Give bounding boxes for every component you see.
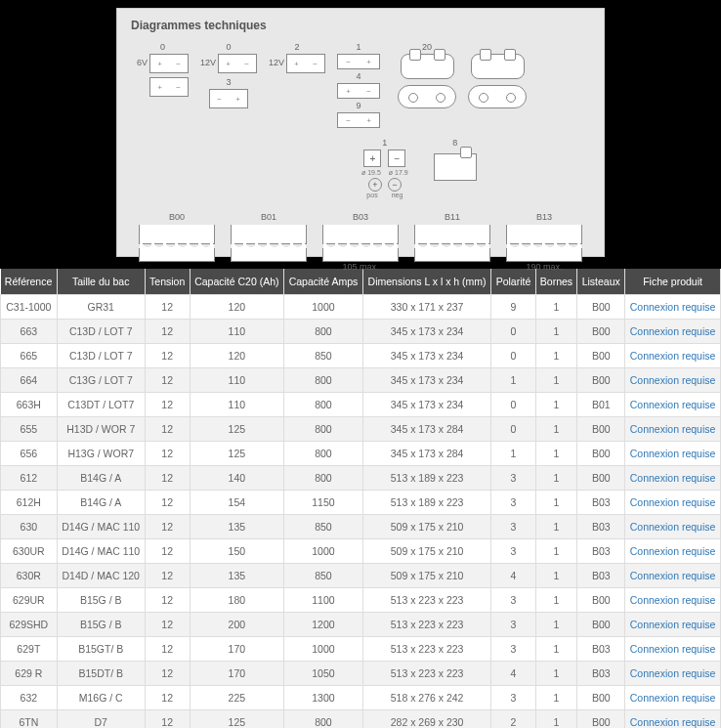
- table-cell: 3: [491, 613, 535, 637]
- table-cell: 12: [145, 344, 190, 368]
- diagram-row-polarity: 1 + − ø 19.5 ø 17.9 + − pos neg 8: [131, 136, 590, 200]
- table-cell: B00: [577, 613, 625, 637]
- table-cell: 509 x 175 x 210: [362, 515, 491, 539]
- table-cell: 664: [1, 368, 58, 393]
- table-cell: B00: [577, 417, 625, 442]
- table-cell: D7: [57, 710, 145, 729]
- table-cell: 800: [284, 466, 363, 491]
- table-row: 656H13G / WOR712125800345 x 173 x 28411B…: [1, 442, 721, 466]
- login-required-link[interactable]: Connexion requise: [630, 399, 716, 410]
- table-cell: 1: [535, 539, 577, 564]
- table-cell: 125: [190, 442, 284, 466]
- battery-icon: +−: [286, 54, 325, 73]
- table-cell: C13D / LOT 7: [57, 320, 145, 344]
- table-cell: 850: [284, 344, 363, 368]
- table-cell: 850: [284, 515, 363, 539]
- table-row: 629TB15GT/ B121701000513 x 223 x 22331B0…: [1, 637, 721, 662]
- table-cell: H13G / WOR7: [57, 442, 145, 466]
- table-cell: B00: [577, 710, 625, 729]
- wave-icon: [231, 248, 307, 262]
- login-required-link[interactable]: Connexion requise: [630, 643, 716, 655]
- table-cell: 800: [284, 393, 363, 417]
- table-cell: C31-1000: [1, 295, 58, 320]
- column-header: Fiche produit: [625, 269, 721, 295]
- login-required-link[interactable]: Connexion requise: [630, 448, 716, 459]
- table-cell: 0: [491, 417, 535, 442]
- table-cell: 12: [145, 295, 190, 320]
- table-cell: 154: [190, 491, 284, 515]
- table-cell: 1: [491, 442, 535, 466]
- login-required-link[interactable]: Connexion requise: [630, 619, 716, 630]
- profile-b13: B13 190 max.: [506, 212, 582, 274]
- table-cell: 656: [1, 442, 58, 466]
- table-cell: 345 x 173 x 234: [362, 393, 491, 417]
- table-row: 629URB15G / B121801100513 x 223 x 22331B…: [1, 588, 721, 613]
- table-row: 630URD14G / MAC 110121501000509 x 175 x …: [1, 539, 721, 564]
- table-cell: 12: [145, 442, 190, 466]
- table-cell: 1050: [284, 662, 363, 686]
- product-sheet-cell: Connexion requise: [625, 515, 721, 539]
- table-row: C31-1000GR31121201000330 x 171 x 23791B0…: [1, 295, 721, 320]
- table-cell: 110: [190, 368, 284, 393]
- table-cell: 3: [491, 515, 535, 539]
- column-header: Référence: [1, 269, 58, 295]
- table-cell: B03: [577, 491, 625, 515]
- table-cell: 1300: [284, 686, 363, 710]
- table-row: 629SHDB15G / B122001200513 x 223 x 22331…: [1, 613, 721, 637]
- table-cell: H13D / WOR 7: [57, 417, 145, 442]
- table-cell: 1200: [284, 613, 363, 637]
- login-required-link[interactable]: Connexion requise: [630, 545, 716, 557]
- table-cell: B00: [577, 466, 625, 491]
- table-cell: 4: [491, 662, 535, 686]
- table-cell: B03: [577, 637, 625, 662]
- table-row: 664C13G / LOT 712110800345 x 173 x 23411…: [1, 368, 721, 393]
- table-cell: 612H: [1, 491, 58, 515]
- table-cell: 1: [535, 368, 577, 393]
- table-cell: GR31: [57, 295, 145, 320]
- table-cell: B00: [577, 344, 625, 368]
- login-required-link[interactable]: Connexion requise: [630, 496, 716, 508]
- diagram-cell: 2 12V +−: [269, 42, 325, 128]
- table-cell: 1: [535, 613, 577, 637]
- login-required-link[interactable]: Connexion requise: [630, 350, 716, 362]
- login-required-link[interactable]: Connexion requise: [630, 594, 716, 606]
- diagram-cell: 20: [398, 42, 456, 128]
- table-cell: C13D / LOT 7: [57, 344, 145, 368]
- table-cell: B03: [577, 515, 625, 539]
- table-cell: 800: [284, 320, 363, 344]
- product-sheet-cell: Connexion requise: [625, 442, 721, 466]
- battery-icon: +−: [218, 54, 257, 73]
- table-cell: B14G / A: [57, 466, 145, 491]
- table-cell: 12: [145, 710, 190, 729]
- login-required-link[interactable]: Connexion requise: [630, 521, 716, 533]
- battery-icon: +−: [337, 83, 380, 99]
- table-cell: 632: [1, 686, 58, 710]
- table-cell: 125: [190, 710, 284, 729]
- product-sheet-cell: Connexion requise: [625, 710, 721, 729]
- login-required-link[interactable]: Connexion requise: [630, 716, 716, 728]
- table-cell: 513 x 223 x 223: [362, 588, 491, 613]
- table-cell: 612: [1, 466, 58, 491]
- table-cell: B14G / A: [57, 491, 145, 515]
- login-required-link[interactable]: Connexion requise: [630, 301, 716, 313]
- table-cell: 3: [491, 686, 535, 710]
- product-sheet-cell: Connexion requise: [625, 393, 721, 417]
- login-required-link[interactable]: Connexion requise: [630, 374, 716, 386]
- wave-icon: [414, 248, 490, 262]
- table-cell: 1000: [284, 295, 363, 320]
- wave-icon: [139, 248, 215, 262]
- table-row: 612B14G / A12140800513 x 189 x 22331B00C…: [1, 466, 721, 491]
- table-cell: 12: [145, 564, 190, 588]
- login-required-link[interactable]: Connexion requise: [630, 692, 716, 704]
- login-required-link[interactable]: Connexion requise: [630, 325, 716, 337]
- table-cell: 1: [535, 295, 577, 320]
- login-required-link[interactable]: Connexion requise: [630, 570, 716, 581]
- table-cell: 1: [535, 564, 577, 588]
- profile-icon: [506, 225, 582, 244]
- login-required-link[interactable]: Connexion requise: [630, 472, 716, 484]
- table-cell: 1: [535, 588, 577, 613]
- table-cell: 150: [190, 539, 284, 564]
- table-cell: D14G / MAC 110: [57, 539, 145, 564]
- login-required-link[interactable]: Connexion requise: [630, 423, 716, 435]
- login-required-link[interactable]: Connexion requise: [630, 667, 716, 679]
